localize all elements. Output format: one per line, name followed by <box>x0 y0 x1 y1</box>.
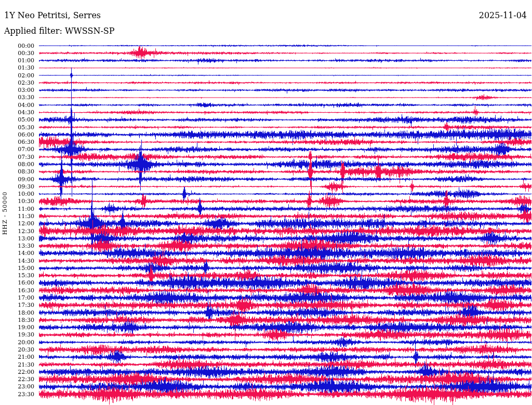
time-label: 02:00 <box>0 73 34 78</box>
time-label: 09:30 <box>0 184 34 190</box>
time-label: 15:30 <box>0 273 34 278</box>
time-label: 01:30 <box>0 65 34 71</box>
time-label: 08:00 <box>0 161 34 167</box>
time-label: 11:30 <box>0 213 34 219</box>
time-label: 10:00 <box>0 191 34 197</box>
time-label: 11:00 <box>0 206 34 212</box>
filter-label: Applied filter: WWSSN-SP <box>4 26 115 36</box>
date-label: 2025-11-04 <box>479 10 527 20</box>
time-label: 22:30 <box>0 376 34 382</box>
time-label: 16:00 <box>0 280 34 286</box>
time-label: 00:30 <box>0 50 34 56</box>
time-label: 14:30 <box>0 258 34 264</box>
time-label: 14:00 <box>0 250 34 256</box>
time-label: 19:00 <box>0 325 34 330</box>
time-label: 09:00 <box>0 177 34 182</box>
time-label: 22:00 <box>0 369 34 375</box>
time-label: 05:00 <box>0 117 34 123</box>
time-label: 23:00 <box>0 384 34 389</box>
time-label: 18:00 <box>0 310 34 316</box>
time-label: 06:00 <box>0 132 34 138</box>
time-label: 02:30 <box>0 80 34 86</box>
time-label: 20:00 <box>0 340 34 345</box>
time-label: 06:30 <box>0 139 34 145</box>
time-label: 07:00 <box>0 146 34 152</box>
helicorder-page: 1Y Neo Petritsi, Serres 2025-11-04 Appli… <box>0 0 532 405</box>
time-label: 08:30 <box>0 169 34 174</box>
time-label: 10:30 <box>0 198 34 204</box>
time-label: 12:00 <box>0 221 34 226</box>
time-label: 16:30 <box>0 288 34 293</box>
helicorder-canvas <box>0 0 532 405</box>
time-label: 21:00 <box>0 354 34 360</box>
time-label: 17:00 <box>0 295 34 301</box>
time-label: 03:00 <box>0 87 34 93</box>
time-label: 04:00 <box>0 102 34 108</box>
time-label: 19:30 <box>0 332 34 338</box>
time-label: 17:30 <box>0 302 34 308</box>
time-label: 03:30 <box>0 95 34 100</box>
time-label: 20:30 <box>0 347 34 353</box>
time-label: 18:30 <box>0 317 34 323</box>
time-label: 05:30 <box>0 125 34 130</box>
time-label: 23:30 <box>0 392 34 397</box>
time-label: 21:30 <box>0 362 34 368</box>
time-label: 01:00 <box>0 58 34 63</box>
page-title: 1Y Neo Petritsi, Serres <box>4 10 101 20</box>
time-label: 00:00 <box>0 43 34 49</box>
time-label: 15:00 <box>0 265 34 271</box>
time-label: 13:00 <box>0 236 34 241</box>
time-label: 04:30 <box>0 110 34 115</box>
time-label: 07:30 <box>0 154 34 160</box>
time-label: 12:30 <box>0 228 34 234</box>
time-label: 13:30 <box>0 243 34 249</box>
